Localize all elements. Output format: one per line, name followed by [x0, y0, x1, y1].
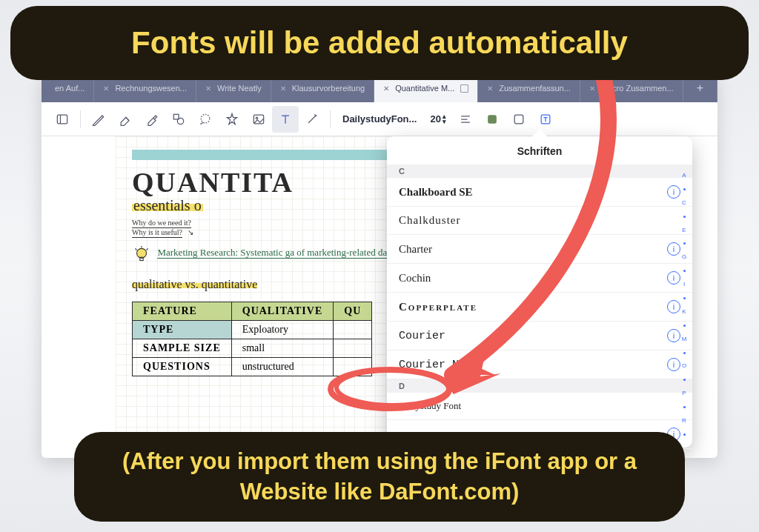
text-tool-icon[interactable]	[272, 106, 299, 133]
alpha-index[interactable]: A C E G I K M O P R	[679, 166, 689, 442]
table-row: QUESTIONS unstructured	[133, 358, 372, 376]
plus-icon: +	[692, 82, 708, 95]
stepper-arrows-icon[interactable]: ▴▾	[443, 114, 446, 124]
font-size-stepper[interactable]: 20 ▴▾	[424, 113, 451, 124]
close-icon[interactable]: ✕	[280, 84, 286, 93]
close-icon[interactable]: ✕	[487, 84, 493, 93]
svg-rect-11	[488, 115, 497, 124]
svg-rect-0	[57, 115, 67, 124]
font-row-courier[interactable]: Courieri	[387, 322, 692, 350]
lightbulb-icon	[132, 245, 151, 265]
align-icon[interactable]	[452, 106, 479, 133]
highlighter-icon[interactable]	[139, 106, 165, 133]
svg-line-18	[147, 248, 148, 250]
section-header-c: C	[387, 164, 692, 178]
image-icon[interactable]	[245, 106, 272, 133]
tab-panel-icon[interactable]	[460, 84, 468, 93]
font-row-courier-new[interactable]: Courier Newi	[387, 350, 692, 379]
banner-top: Fonts will be added automatically	[10, 6, 749, 80]
svg-point-5	[201, 114, 210, 123]
eraser-icon[interactable]	[112, 106, 139, 133]
font-row-chalkboard-se[interactable]: Chalkboard SEi	[387, 178, 692, 207]
section-header-d: D	[387, 379, 692, 393]
color-swatch-icon[interactable]	[479, 106, 506, 133]
font-row-cochin[interactable]: Cochini	[387, 264, 692, 293]
table-row: SAMPLE SIZE small	[133, 339, 372, 358]
shapes-icon[interactable]	[165, 106, 192, 133]
font-row-copperplate[interactable]: Copperplatei	[387, 293, 692, 322]
text-opacity-icon[interactable]	[506, 106, 532, 133]
font-picker-popover: Schriften C Chalkboard SEi Chalkduster C…	[387, 136, 692, 448]
font-name-selector[interactable]: DailystudyFon...	[335, 113, 424, 124]
close-icon[interactable]: ✕	[103, 84, 109, 93]
toolbar: DailystudyFon... 20 ▴▾	[42, 102, 717, 136]
outline-icon[interactable]	[49, 106, 76, 133]
banner-bottom-text: (After you import them using the iFont a…	[122, 448, 637, 504]
svg-line-17	[135, 248, 136, 250]
svg-rect-12	[514, 115, 523, 124]
svg-point-7	[256, 117, 258, 119]
wand-icon[interactable]	[299, 106, 325, 133]
favorites-icon[interactable]	[219, 106, 245, 133]
app-window: en Auf... ✕Rechnungswesen... ✕Write Neat…	[42, 74, 717, 458]
svg-point-14	[137, 248, 147, 258]
font-row-chalkduster[interactable]: Chalkduster	[387, 207, 692, 235]
banner-top-text: Fonts will be added automatically	[131, 25, 628, 60]
banner-bottom: (After you import them using the iFont a…	[74, 432, 685, 522]
close-icon[interactable]: ✕	[205, 84, 211, 93]
svg-point-4	[177, 118, 183, 124]
font-row-charter[interactable]: Charteri	[387, 235, 692, 264]
close-icon[interactable]: ✕	[383, 84, 389, 93]
close-icon[interactable]: ✕	[589, 84, 595, 93]
svg-line-2	[126, 117, 129, 120]
feature-table: FEATURE QUALITATIVE QU TYPE Exploatory S…	[132, 302, 372, 376]
font-row-dailystudy[interactable]: Dailystudy Font	[387, 393, 692, 420]
popover-title: Schriften	[387, 136, 692, 164]
svg-rect-3	[173, 114, 179, 119]
table-row: TYPE Exploatory	[133, 321, 372, 339]
lasso-icon[interactable]	[192, 106, 219, 133]
pen-icon[interactable]	[85, 106, 112, 133]
